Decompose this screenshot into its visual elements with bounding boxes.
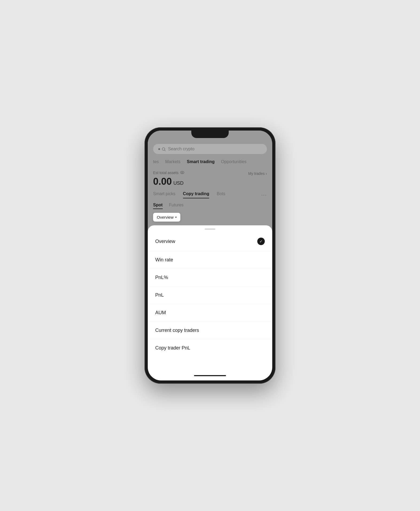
assets-left: Est total assets 0.00: [153, 171, 184, 187]
my-trades-link[interactable]: My trades ›: [248, 171, 267, 176]
sheet-item-label-current-copy-traders: Current copy traders: [155, 328, 199, 333]
top-section: ● Search crypto tes Markets Smart tradin…: [148, 131, 272, 225]
assets-section: Est total assets 0.00: [153, 171, 267, 187]
tab-spot[interactable]: Spot: [153, 203, 163, 209]
sheet-item-win-rate[interactable]: Win rate: [148, 251, 272, 269]
sheet-item-pnl[interactable]: PnL: [148, 286, 272, 304]
more-options-icon[interactable]: ···: [261, 192, 267, 198]
notch: [191, 131, 229, 138]
phone-frame: ● Search crypto tes Markets Smart tradin…: [145, 127, 275, 384]
nav-tabs: tes Markets Smart trading Opportunities: [153, 159, 267, 165]
assets-row: Est total assets 0.00: [153, 171, 267, 187]
tab-copy-trading[interactable]: Copy trading: [183, 191, 209, 198]
assets-amount: 0.00: [153, 176, 172, 187]
search-icon: ●: [158, 147, 166, 151]
search-bar[interactable]: ● Search crypto: [153, 144, 267, 154]
tab-tes[interactable]: tes: [153, 159, 159, 165]
bottom-sheet: Overview ✓ Win rate PnL% PnL: [148, 225, 272, 380]
selected-check-icon: ✓: [257, 238, 265, 245]
sheet-item-pnl-percent[interactable]: PnL%: [148, 269, 272, 286]
screen-content: ● Search crypto tes Markets Smart tradin…: [148, 131, 272, 380]
sheet-item-label-pnl: PnL: [155, 292, 164, 298]
sheet-items: Overview ✓ Win rate PnL% PnL: [148, 230, 272, 359]
spot-tabs: Spot Futures: [153, 203, 267, 209]
sheet-item-label-win-rate: Win rate: [155, 257, 173, 263]
tab-opportunities[interactable]: Opportunities: [221, 159, 246, 165]
sheet-item-copy-trader-pnl[interactable]: Copy trader PnL: [148, 339, 272, 357]
tab-smart-picks[interactable]: Smart picks: [153, 191, 176, 198]
sheet-item-label-copy-trader-pnl: Copy trader PnL: [155, 345, 190, 351]
tab-futures[interactable]: Futures: [169, 203, 184, 209]
eye-icon[interactable]: [180, 171, 184, 175]
sheet-item-label-pnl-percent: PnL%: [155, 275, 168, 280]
svg-point-3: [181, 172, 183, 173]
overview-arrow-icon: ▾: [175, 216, 177, 219]
search-placeholder: Search crypto: [168, 147, 195, 151]
sheet-item-label-overview: Overview: [155, 239, 175, 244]
overview-btn-label: Overview: [157, 215, 174, 219]
phone-screen: ● Search crypto tes Markets Smart tradin…: [148, 131, 272, 380]
sheet-item-current-copy-traders[interactable]: Current copy traders: [148, 322, 272, 339]
tab-markets[interactable]: Markets: [165, 159, 180, 165]
assets-value: 0.00 USD: [153, 176, 184, 187]
sheet-item-aum[interactable]: AUM: [148, 304, 272, 322]
svg-line-1: [165, 150, 165, 151]
home-indicator: [194, 375, 226, 376]
sheet-item-label-aum: AUM: [155, 310, 166, 316]
overview-dropdown-button[interactable]: Overview ▾: [153, 213, 180, 222]
assets-label: Est total assets: [153, 171, 184, 175]
assets-currency: USD: [173, 180, 184, 186]
tab-smart-trading[interactable]: Smart trading: [187, 159, 215, 165]
tab-bots[interactable]: Bots: [217, 191, 225, 198]
sub-tabs: Smart picks Copy trading Bots ···: [153, 191, 267, 198]
sheet-item-overview[interactable]: Overview ✓: [148, 232, 272, 251]
phone-wrapper: ● Search crypto tes Markets Smart tradin…: [145, 127, 275, 384]
svg-point-2: [180, 171, 184, 174]
